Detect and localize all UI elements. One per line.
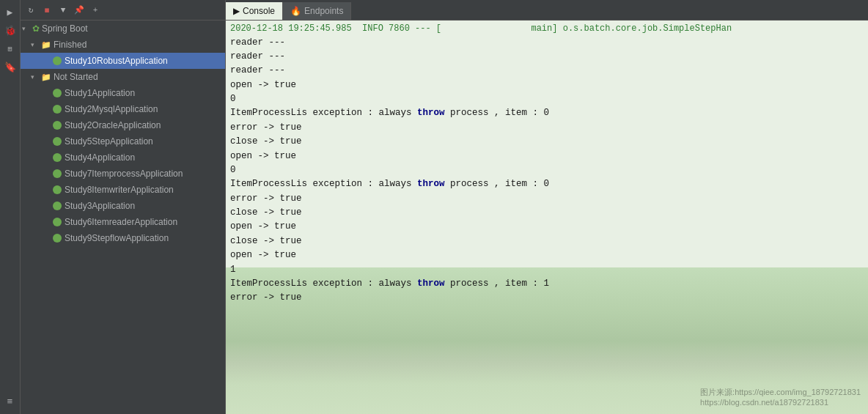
tree-item-study1[interactable]: Study1Application [21,85,225,101]
console-line: error -> true [229,192,865,206]
endpoints-tab-label: Endpoints [304,6,343,16]
bookmark-icon[interactable]: 🔖 [2,59,18,75]
tree-item-study3[interactable]: Study3Application [21,198,225,214]
app-icon [53,89,62,97]
console-line: open -> true [229,149,865,163]
sidebar-toolbar: ↻ ◼ ▼ 📌 + [21,0,225,21]
console-area: ▶ Console 🔥 Endpoints 2020-12-18 19:25:4… [226,0,868,414]
console-output[interactable]: 2020-12-18 19:25:45.985 INFO 7860 --- [ … [226,21,868,414]
console-line: 0 [229,163,865,177]
rerun-icon[interactable]: ↻ [23,3,38,18]
app-icon [53,185,62,194]
left-vertical-panel: ▶ 🐞 ⊞ 🔖 ≡ [0,0,21,414]
structure-icon[interactable]: ≡ [2,393,18,410]
tree-item-label: Study1Application [65,88,135,98]
tree-item-spring-boot[interactable]: ▾ ✿ Spring Boot [21,21,225,37]
filter-icon[interactable]: ▼ [56,3,70,18]
console-line: error -> true [229,121,865,135]
debug-icon[interactable]: 🐞 [2,23,18,39]
console-line: 1 [229,263,865,277]
console-tab-label: Console [243,6,275,16]
console-line: close -> true [229,234,865,248]
app-icon [53,137,62,146]
stop-icon[interactable]: ◼ [40,3,54,18]
console-line: open -> true [229,248,865,262]
run-icon[interactable]: ▶ [2,4,18,21]
tree-item-study6[interactable]: Study6ItemreaderApplication [21,214,225,230]
keyword-throw: throw [417,108,445,118]
endpoints-tab-icon: 🔥 [290,6,301,16]
tree-item-study9[interactable]: Study9StepflowApplication [21,230,225,246]
arrow-icon: ▾ [22,25,32,32]
add-icon[interactable]: + [88,3,103,18]
arrow-icon: ▾ [31,41,41,48]
tree-item-not-started[interactable]: ▾ 📁 Not Started [21,69,225,85]
tree-item-study4[interactable]: Study4Application [21,149,225,166]
tree-item-label: Study7ItemprocessApplication [65,169,183,179]
tree-item-label: Not Started [54,72,98,82]
console-line: open -> true [229,78,865,92]
console-line: ItemProcessLis exception : always throw … [229,177,865,191]
console-tab-icon: ▶ [233,6,240,16]
console-background: 2020-12-18 19:25:45.985 INFO 7860 --- [ … [226,21,868,414]
tree-item-label: Study8ItemwriterApplication [65,185,174,195]
console-line: open -> true [229,220,865,234]
console-line: ItemProcessLis exception : always throw … [229,277,865,291]
tree-item-study5step[interactable]: Study5StepApplication [21,133,225,149]
tree-item-study2oracle[interactable]: Study2OracleApplication [21,117,225,133]
tree-item-study7[interactable]: Study7ItemprocessApplication [21,166,225,182]
tab-endpoints[interactable]: 🔥 Endpoints [283,2,351,20]
console-line: reader --- [229,64,865,78]
console-line: reader --- [229,50,865,64]
app-icon [53,153,62,162]
arrow-icon: ▾ [31,73,41,81]
tab-console[interactable]: ▶ Console [226,2,283,20]
tree-item-label: Study10RobustApplication [65,56,168,66]
tree-item-label: Spring Boot [42,23,88,34]
services-icon[interactable]: ⊞ [2,41,18,57]
tree-item-label: Study2OracleApplication [65,120,161,130]
sidebar-tree: ▾ ✿ Spring Boot ▾ 📁 Finished Study10Robu… [21,21,225,414]
tree-item-finished[interactable]: ▾ 📁 Finished [21,37,225,53]
folder-icon: 📁 [41,73,51,82]
console-line: reader --- [229,36,865,50]
console-line: error -> true [229,291,865,305]
tree-item-label: Study9StepflowApplication [65,233,169,243]
console-line: close -> true [229,135,865,149]
folder-icon: 📁 [41,40,51,50]
console-line: ItemProcessLis exception : always throw … [229,106,865,120]
tree-item-label: Study2MysqlApplication [65,104,158,114]
app-icon [53,56,62,65]
app-icon [53,218,62,226]
sidebar: ↻ ◼ ▼ 📌 + ▾ ✿ Spring Boot ▾ 📁 Finished [21,0,226,414]
keyword-throw: throw [417,278,445,289]
app-icon [53,234,62,243]
keyword-throw: throw [417,179,445,189]
tree-item-label: Study5StepApplication [65,136,153,147]
tree-item-label: Finished [54,40,87,50]
app-icon [53,202,62,210]
console-line: 2020-12-18 19:25:45.985 INFO 7860 --- [ … [229,22,865,36]
tree-item-study2mysql[interactable]: Study2MysqlApplication [21,101,225,117]
app-icon [53,169,62,178]
console-line: close -> true [229,206,865,220]
app-icon [53,105,62,114]
tree-item-label: Study6ItemreaderApplication [65,217,177,227]
tree-item-study10[interactable]: Study10RobustApplication [21,53,225,69]
spring-icon: ✿ [32,23,40,34]
tree-item-label: Study3Application [65,201,135,211]
app-icon [53,121,62,130]
tree-item-label: Study4Application [65,152,135,163]
tree-item-study8[interactable]: Study8ItemwriterApplication [21,182,225,198]
pin-icon[interactable]: 📌 [72,3,87,18]
console-tabs: ▶ Console 🔥 Endpoints [226,0,868,21]
console-line: 0 [229,92,865,106]
